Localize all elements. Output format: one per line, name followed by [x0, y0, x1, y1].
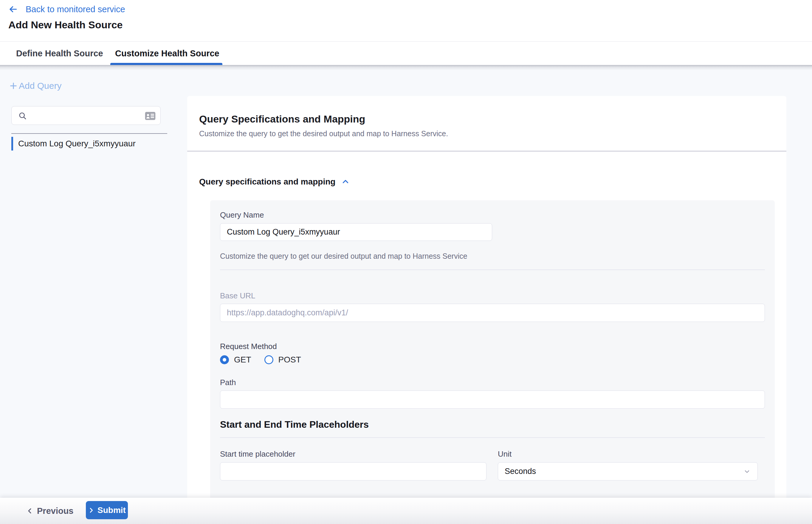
- submit-button-label: Submit: [97, 506, 126, 515]
- request-method-radio-group: GET POST: [220, 355, 301, 364]
- section-title: Query specifications and mapping: [199, 177, 335, 186]
- section-header: Query specifications and mapping: [199, 177, 350, 186]
- active-tab-underline: [110, 63, 222, 65]
- form-divider: [220, 269, 765, 270]
- radio-get-label[interactable]: GET: [234, 355, 251, 364]
- sidebar-divider: [11, 133, 167, 134]
- base-url-input[interactable]: [220, 304, 765, 322]
- path-input[interactable]: [220, 391, 765, 409]
- query-list-item-label: Custom Log Query_i5xmyyuaur: [18, 137, 136, 150]
- query-name-label: Query Name: [220, 210, 264, 220]
- query-search-box: [11, 106, 161, 125]
- chevron-up-icon[interactable]: [341, 178, 350, 186]
- query-name-helper-text: Customize the query to get our desired o…: [220, 252, 467, 261]
- panel-header-divider: [187, 151, 786, 151]
- chevron-down-icon: [743, 468, 751, 475]
- unit-select-value: Seconds: [505, 467, 743, 476]
- tab-define-health-source[interactable]: Define Health Source: [16, 42, 103, 65]
- previous-button[interactable]: Previous: [26, 498, 74, 524]
- radio-post[interactable]: [264, 355, 273, 364]
- add-query-label: Add Query: [19, 81, 61, 91]
- panel-title: Query Specifications and Mapping: [199, 113, 365, 125]
- path-label: Path: [220, 378, 236, 387]
- footer-bar: Previous Submit: [0, 498, 812, 524]
- back-to-monitored-service-link[interactable]: Back to monitored service: [9, 4, 125, 15]
- back-link-label: Back to monitored service: [26, 4, 125, 14]
- start-end-placeholders-heading: Start and End Time Placeholders: [220, 419, 369, 430]
- plus-icon: [9, 82, 18, 90]
- query-name-input[interactable]: [220, 223, 492, 241]
- arrow-left-icon: [9, 4, 18, 14]
- page-header: Back to monitored service Add New Health…: [0, 0, 812, 42]
- chevron-right-icon: [88, 507, 95, 513]
- unit-label: Unit: [498, 449, 511, 459]
- previous-button-label: Previous: [37, 506, 74, 516]
- page-title: Add New Health Source: [9, 19, 123, 31]
- add-query-button[interactable]: Add Query: [9, 81, 61, 91]
- radio-post-label[interactable]: POST: [278, 355, 301, 364]
- search-icon: [18, 112, 27, 120]
- query-list-item[interactable]: Custom Log Query_i5xmyyuaur: [11, 137, 136, 150]
- query-search-input[interactable]: [39, 107, 141, 124]
- selected-query-indicator: [11, 137, 13, 150]
- request-method-label: Request Method: [220, 342, 277, 351]
- radio-get[interactable]: [220, 355, 229, 364]
- start-time-placeholder-label: Start time placeholder: [220, 449, 295, 459]
- chevron-left-icon: [26, 507, 33, 514]
- tab-customize-health-source[interactable]: Customize Health Source: [115, 42, 220, 65]
- base-url-label: Base URL: [220, 291, 256, 300]
- tab-bar: Define Health Source Customize Health So…: [0, 42, 812, 65]
- submit-button[interactable]: Submit: [86, 501, 128, 519]
- panel-subtitle: Customize the query to get the desired o…: [199, 129, 448, 138]
- query-form-card: Query Name Customize the query to get ou…: [210, 200, 775, 524]
- id-card-icon[interactable]: [145, 112, 156, 120]
- query-specifications-panel: Query Specifications and Mapping Customi…: [187, 96, 786, 524]
- start-time-placeholder-input[interactable]: [220, 462, 486, 480]
- unit-select[interactable]: Seconds: [498, 462, 758, 480]
- form-divider: [220, 437, 765, 438]
